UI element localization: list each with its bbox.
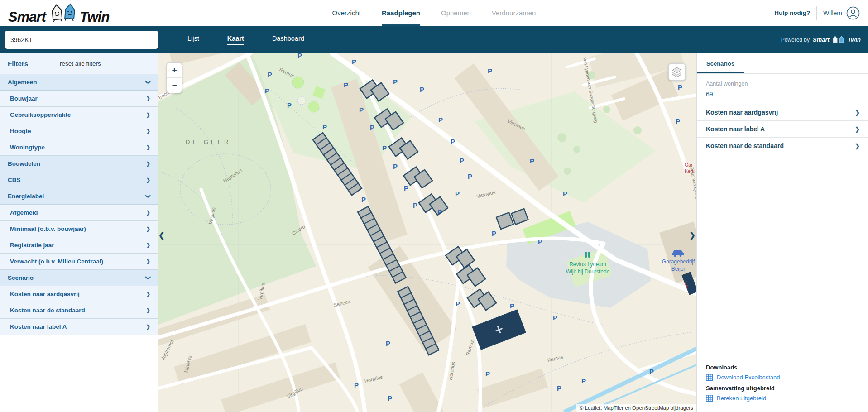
parking-marker[interactable]: P xyxy=(420,86,424,93)
parking-marker[interactable]: P xyxy=(370,124,374,131)
nav-verduurzamen[interactable]: Verduurzamen xyxy=(492,0,536,26)
filter-bouwdelen[interactable]: Bouwdelen❯ xyxy=(0,156,158,172)
parking-marker[interactable]: P xyxy=(393,163,398,170)
filter-energielabel[interactable]: Energielabel❯ xyxy=(0,188,158,205)
powered-brand-smart: Smart xyxy=(813,36,830,43)
filter-gebruiksoppervlakte[interactable]: Gebruiksoppervlakte❯ xyxy=(0,107,158,123)
chevron-right-icon: ❯ xyxy=(146,291,150,297)
zoom-in-button[interactable]: + xyxy=(167,63,182,78)
user-menu[interactable]: Willem xyxy=(823,6,860,20)
scenario-kosten-naar-de-standaard[interactable]: Kosten naar de standaard❯ xyxy=(697,138,868,154)
parking-marker[interactable]: P xyxy=(297,53,302,59)
search-input[interactable] xyxy=(5,31,158,49)
filter-kosten-naar-label-a[interactable]: Kosten naar label A❯ xyxy=(0,319,158,335)
tab-lijst[interactable]: Lijst xyxy=(187,35,199,45)
parking-marker[interactable]: P xyxy=(413,201,417,209)
scenario-kosten-naar-aardgasvrij[interactable]: Kosten naar aardgasvrij❯ xyxy=(697,104,868,121)
parking-marker[interactable]: P xyxy=(393,78,398,86)
parking-marker[interactable]: P xyxy=(510,302,514,310)
parking-marker[interactable]: P xyxy=(557,384,561,392)
parking-marker[interactable]: P xyxy=(386,340,390,347)
map-canvas[interactable]: PPPPPPPPPPPPPPPPPPPPPPPPPPPPPPPPPPPPPPP … xyxy=(158,53,696,412)
app-header: Smart Twin OverzichtRaadplegenOpnemenVer… xyxy=(0,0,868,26)
parking-marker[interactable]: P xyxy=(359,106,364,114)
parking-marker[interactable]: P xyxy=(485,370,490,378)
garage-label-line1: Garagebedrijf xyxy=(662,259,695,265)
zoom-out-button[interactable]: − xyxy=(167,78,182,93)
parking-marker[interactable]: P xyxy=(581,377,586,385)
filter-verwacht-o-b-v-milieu-centraal[interactable]: Verwacht (o.b.v. Milieu Centraal)❯ xyxy=(0,254,158,270)
parking-marker[interactable]: P xyxy=(492,230,496,237)
parking-marker[interactable]: P xyxy=(352,58,356,66)
parking-marker[interactable]: P xyxy=(553,314,557,321)
chevron-right-icon: ❯ xyxy=(146,210,150,216)
parking-marker[interactable]: P xyxy=(437,208,442,216)
edge-poi-label: Gar xyxy=(685,162,693,168)
parking-marker[interactable]: P xyxy=(265,87,269,95)
scenario-kosten-naar-label-a[interactable]: Kosten naar label A❯ xyxy=(697,121,868,138)
filter-woningtype[interactable]: Woningtype❯ xyxy=(0,139,158,156)
filter-minimaal-o-b-v-bouwjaar[interactable]: Minimaal (o.b.v. bouwjaar)❯ xyxy=(0,221,158,237)
smart-twin-logo[interactable]: Smart Twin xyxy=(8,2,109,24)
edge-poi-label: Kerkl xyxy=(685,168,695,174)
summary-title: Samenvatting uitgebreid xyxy=(706,385,859,392)
filter-kosten-naar-aardgasvrij[interactable]: Kosten naar aardgasvrij❯ xyxy=(0,286,158,302)
filter-algemeen[interactable]: Algemeen❯ xyxy=(0,74,158,91)
chevron-right-icon: ❯ xyxy=(855,126,860,133)
parking-marker[interactable]: P xyxy=(488,67,492,75)
help-link[interactable]: Hulp nodig? xyxy=(774,10,810,16)
tab-scenarios[interactable]: Scenarios xyxy=(697,53,744,73)
reset-filters-link[interactable]: reset alle filters xyxy=(60,60,101,67)
chevron-down-icon: ❯ xyxy=(145,194,151,198)
filters-title: Filters xyxy=(8,60,28,67)
map-attribution[interactable]: © Leaflet, MapTiler en OpenStreetMap bij… xyxy=(576,404,696,412)
parking-marker[interactable]: P xyxy=(678,83,682,91)
filter-list: Algemeen❯Bouwjaar❯Gebruiksoppervlakte❯Ho… xyxy=(0,74,158,335)
filter-scenario[interactable]: Scenario❯ xyxy=(0,270,158,286)
parking-marker[interactable]: P xyxy=(354,381,359,389)
chevron-down-icon: ❯ xyxy=(145,276,151,280)
parking-marker[interactable]: P xyxy=(382,144,387,152)
parking-marker[interactable]: P xyxy=(563,190,567,197)
filter-afgemeld[interactable]: Afgemeld❯ xyxy=(0,205,158,221)
parking-marker[interactable]: P xyxy=(676,117,680,125)
school-label-line2: Wijk bij Duurstede xyxy=(566,268,610,275)
user-avatar-icon xyxy=(846,6,860,20)
chevron-right-icon: ❯ xyxy=(146,226,150,232)
parking-marker[interactable]: P xyxy=(460,157,464,164)
parking-marker[interactable]: P xyxy=(451,138,455,145)
map-container[interactable]: PPPPPPPPPPPPPPPPPPPPPPPPPPPPPPPPPPPPPPP … xyxy=(158,53,696,412)
parking-marker[interactable]: P xyxy=(456,300,460,307)
collapse-right-panel-toggle[interactable]: ❯ xyxy=(690,231,695,240)
parking-marker[interactable]: P xyxy=(538,238,542,245)
filter-registratie-jaar[interactable]: Registratie jaar❯ xyxy=(0,237,158,254)
parking-marker[interactable]: P xyxy=(268,71,272,78)
nav-raadplegen[interactable]: Raadplegen xyxy=(382,0,420,26)
tab-kaart[interactable]: Kaart xyxy=(227,35,244,45)
layers-control[interactable] xyxy=(668,63,686,81)
nav-opnemen[interactable]: Opnemen xyxy=(441,0,471,26)
filter-cbs[interactable]: CBS❯ xyxy=(0,172,158,188)
parking-marker[interactable]: P xyxy=(344,81,348,89)
tab-dashboard[interactable]: Dashboard xyxy=(272,35,304,45)
parking-marker[interactable]: P xyxy=(361,196,366,203)
parking-marker[interactable]: P xyxy=(287,101,292,109)
filter-kosten-naar-de-standaard[interactable]: Kosten naar de standaard❯ xyxy=(0,302,158,319)
downloads-title: Downloads xyxy=(706,364,859,371)
parking-marker[interactable]: P xyxy=(468,172,472,180)
parking-marker[interactable]: P xyxy=(530,157,534,165)
parking-marker[interactable]: P xyxy=(404,184,408,192)
parking-marker[interactable]: P xyxy=(649,368,654,375)
parking-marker[interactable]: P xyxy=(438,116,443,124)
filter-bouwjaar[interactable]: Bouwjaar❯ xyxy=(0,91,158,107)
collapse-left-panel-toggle[interactable]: ❮ xyxy=(158,231,164,240)
chevron-right-icon: ❯ xyxy=(855,109,860,116)
download-excel-link[interactable]: Download Excelbestand xyxy=(706,374,859,381)
parking-marker[interactable]: P xyxy=(322,123,327,131)
chevron-right-icon: ❯ xyxy=(146,259,150,264)
bereken-uitgebreid-link[interactable]: Bereken uitgebreid xyxy=(706,395,859,402)
parking-marker[interactable]: P xyxy=(388,394,392,402)
parking-marker[interactable]: P xyxy=(455,190,460,197)
filter-hoogte[interactable]: Hoogte❯ xyxy=(0,123,158,139)
nav-overzicht[interactable]: Overzicht xyxy=(332,0,361,26)
